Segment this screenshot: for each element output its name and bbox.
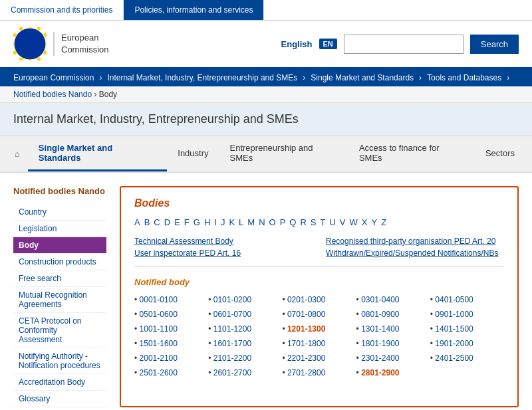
- sidebar-item-construction[interactable]: Construction products: [13, 254, 106, 270]
- range-link-2001-2100[interactable]: 2001-2100: [140, 354, 178, 363]
- range-link-1201-1300[interactable]: 1201-1300: [287, 324, 325, 334]
- range-item: 0201-0300: [282, 294, 356, 306]
- range-item: 2301-2400: [356, 352, 430, 364]
- range-link-1801-1900[interactable]: 1801-1900: [361, 339, 399, 348]
- range-item: 2001-2100: [134, 352, 208, 364]
- range-link-1301-1400[interactable]: 1301-1400: [361, 324, 399, 334]
- range-link-2701-2800[interactable]: 2701-2800: [287, 368, 325, 377]
- search-input[interactable]: [344, 35, 464, 54]
- range-link-0201-0300[interactable]: 0201-0300: [287, 295, 325, 304]
- alpha-D[interactable]: D: [164, 217, 170, 227]
- tab-access-finance[interactable]: Access to finance for SMEs: [348, 136, 475, 171]
- alpha-U[interactable]: U: [329, 217, 335, 227]
- tab-industry[interactable]: Industry: [167, 142, 219, 167]
- search-button[interactable]: Search: [470, 35, 519, 54]
- range-link-2301-2400[interactable]: 2301-2400: [361, 354, 399, 363]
- alpha-P[interactable]: P: [280, 217, 286, 227]
- sidebar-item-free-search[interactable]: Free search: [13, 270, 106, 287]
- subbreadcrumb-item-0[interactable]: Notified bodies Nando: [13, 90, 92, 99]
- range-link-2601-2700[interactable]: 2601-2700: [213, 368, 251, 377]
- alpha-H[interactable]: H: [204, 217, 210, 227]
- breadcrumb-item-0[interactable]: European Commission: [13, 73, 94, 82]
- range-link-1701-1800[interactable]: 1701-1800: [287, 339, 325, 348]
- tab-single-market[interactable]: Single Market and Standards: [28, 136, 167, 171]
- alpha-W[interactable]: W: [350, 217, 358, 227]
- alpha-J[interactable]: J: [221, 217, 225, 227]
- range-link-1001-1100[interactable]: 1001-1100: [140, 324, 178, 334]
- svg-point-0: [14, 28, 46, 60]
- sidebar-item-glossary[interactable]: Glossary: [13, 391, 106, 407]
- logo-area: European Commission: [13, 27, 281, 60]
- range-link-1101-1200[interactable]: 1101-1200: [213, 324, 251, 334]
- range-link-2801-2900[interactable]: 2801-2900: [361, 368, 399, 377]
- range-link-2401-2500[interactable]: 2401-2500: [435, 354, 473, 363]
- range-grid: 0001-01000101-02000201-03000301-04000401…: [134, 294, 504, 379]
- range-link-2501-2600[interactable]: 2501-2600: [140, 368, 178, 377]
- link-technical-assessment[interactable]: Technical Assessment Body: [134, 237, 313, 246]
- sidebar-item-accreditation[interactable]: Accreditation Body: [13, 374, 106, 391]
- site-header: European Commission English EN Search: [0, 21, 532, 69]
- range-item: 1001-1100: [134, 323, 208, 335]
- range-item: 0501-0600: [134, 308, 208, 320]
- alpha-E[interactable]: E: [174, 217, 180, 227]
- range-link-0701-0800[interactable]: 0701-0800: [287, 310, 325, 319]
- sidebar-item-legislation[interactable]: Legislation: [13, 221, 106, 237]
- sidebar-item-ceta[interactable]: CETA Protocol on Conformity Assessment: [13, 313, 106, 348]
- alpha-L[interactable]: L: [239, 217, 243, 227]
- range-item: 1801-1900: [356, 338, 430, 350]
- alpha-V[interactable]: V: [340, 217, 346, 227]
- language-label[interactable]: English: [281, 39, 313, 49]
- tab-sectors[interactable]: Sectors: [475, 142, 525, 167]
- alpha-G[interactable]: G: [194, 217, 200, 227]
- alpha-Z[interactable]: Z: [381, 217, 386, 227]
- range-link-0501-0600[interactable]: 0501-0600: [140, 310, 178, 319]
- alpha-Y[interactable]: Y: [371, 217, 377, 227]
- breadcrumb-primary: European Commission › Internal Market, I…: [0, 69, 532, 86]
- link-recognised-third-party[interactable]: Recognised third-party organisation PED …: [326, 237, 504, 246]
- alpha-S[interactable]: S: [311, 217, 317, 227]
- range-link-2201-2300[interactable]: 2201-2300: [287, 354, 325, 363]
- sidebar-item-mutual[interactable]: Mutual Recognition Agreements: [13, 287, 106, 313]
- range-item: 1901-2000: [430, 338, 504, 350]
- alpha-R[interactable]: R: [300, 217, 306, 227]
- nav-policies[interactable]: Policies, information and services: [124, 0, 264, 20]
- alpha-I[interactable]: I: [214, 217, 217, 227]
- range-link-1901-2000[interactable]: 1901-2000: [435, 339, 473, 348]
- alpha-N[interactable]: N: [259, 217, 265, 227]
- breadcrumb-item-1[interactable]: Internal Market, Industry, Entrepreneurs…: [107, 73, 297, 82]
- range-link-0301-0400[interactable]: 0301-0400: [361, 295, 399, 304]
- range-link-1501-1600[interactable]: 1501-1600: [140, 339, 178, 348]
- range-link-0101-0200[interactable]: 0101-0200: [213, 295, 251, 304]
- range-item: 2701-2800: [282, 367, 356, 379]
- range-link-1401-1500[interactable]: 1401-1500: [435, 324, 473, 334]
- range-link-0801-0900[interactable]: 0801-0900: [361, 310, 399, 319]
- range-link-1601-1700[interactable]: 1601-1700: [213, 339, 251, 348]
- range-link-2101-2200[interactable]: 2101-2200: [213, 354, 251, 363]
- range-link-0001-0100[interactable]: 0001-0100: [140, 295, 178, 304]
- sidebar-item-country[interactable]: Country: [13, 204, 106, 221]
- range-link-0401-0500[interactable]: 0401-0500: [435, 295, 473, 304]
- sidebar-item-body[interactable]: Body: [13, 237, 106, 254]
- alpha-X[interactable]: X: [362, 217, 368, 227]
- tab-entrepreneurship[interactable]: Entrepreneurship and SMEs: [219, 136, 348, 171]
- sidebar-item-notifying[interactable]: Notifying Authority - Notification proce…: [13, 348, 106, 374]
- alpha-K[interactable]: K: [229, 217, 235, 227]
- breadcrumb-item-2[interactable]: Single Market and Standards: [311, 73, 414, 82]
- alpha-C[interactable]: C: [154, 217, 160, 227]
- alpha-F[interactable]: F: [184, 217, 190, 227]
- alpha-M[interactable]: M: [247, 217, 255, 227]
- nav-commission[interactable]: Commission and its priorities: [0, 0, 124, 20]
- range-link-0901-1000[interactable]: 0901-1000: [435, 310, 473, 319]
- alpha-O[interactable]: O: [269, 217, 276, 227]
- range-link-0601-0700[interactable]: 0601-0700: [213, 310, 251, 319]
- alpha-A[interactable]: A: [134, 217, 140, 227]
- language-badge[interactable]: EN: [319, 39, 337, 49]
- link-user-inspectorate[interactable]: User inspectorate PED Art. 16: [134, 249, 313, 258]
- link-withdrawn-expired[interactable]: Withdrawn/Expired/Suspended Notification…: [326, 249, 504, 258]
- home-tab[interactable]: ⌂: [7, 142, 28, 165]
- range-item: 1101-1200: [208, 323, 282, 335]
- alpha-T[interactable]: T: [321, 217, 326, 227]
- alpha-B[interactable]: B: [144, 217, 150, 227]
- breadcrumb-item-3[interactable]: Tools and Databases: [427, 73, 501, 82]
- alpha-Q[interactable]: Q: [289, 217, 296, 227]
